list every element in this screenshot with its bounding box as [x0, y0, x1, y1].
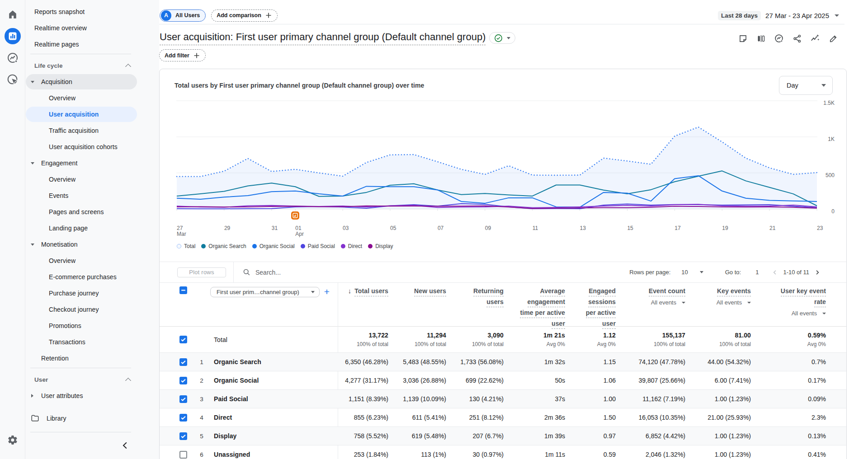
sidebar-item-user-attributes[interactable]: User attributes	[25, 388, 137, 404]
legend-item-display[interactable]: Display	[368, 243, 393, 249]
sidebar-item-e-commerce-purchases[interactable]: E-commerce purchases	[25, 269, 137, 285]
sidebar-item-traffic-acquisition[interactable]: Traffic acquisition	[25, 122, 137, 139]
sidebar-item-events[interactable]: Events	[25, 187, 137, 204]
row-checkbox-checked[interactable]	[179, 377, 187, 384]
sidebar-item-monetisation[interactable]: Monetisation	[25, 236, 137, 253]
next-page-icon[interactable]	[812, 267, 823, 278]
analytics-annotation-icon[interactable]	[291, 211, 299, 220]
sidebar-item-life-cycle[interactable]: Life cycle	[25, 57, 137, 74]
chevron-up-icon[interactable]	[125, 378, 131, 384]
comparison-columns-icon[interactable]	[755, 33, 766, 44]
page-title[interactable]: User acquisition: First user primary cha…	[160, 31, 486, 45]
sidebar-item-overview[interactable]: Overview	[25, 171, 137, 187]
table-row-organic-search[interactable]: 1Organic Search6,350 (46.28%)5,483 (48.5…	[160, 353, 846, 371]
column-header-key-events[interactable]: Key eventsAll events	[685, 287, 751, 306]
table-row-paid-social[interactable]: 3Paid Social1,151 (8.39%)1,139 (10.09%)1…	[160, 390, 846, 408]
metric-filter[interactable]: All events	[792, 310, 826, 317]
metric-filter[interactable]: All events	[651, 299, 685, 306]
sidebar-item-realtime-pages[interactable]: Realtime pages	[25, 36, 137, 52]
column-header-line: Key events	[717, 287, 751, 296]
note-icon[interactable]	[737, 33, 748, 44]
caret-down-icon[interactable]	[700, 271, 703, 273]
sidebar-item-retention[interactable]: Retention	[25, 350, 137, 366]
x-axis-label: 19	[722, 225, 728, 231]
column-header-average-engagement-time-per-active-user[interactable]: Averageengagementtime per activeuser	[504, 287, 565, 331]
sidebar-item-purchase-journey[interactable]: Purchase journey	[25, 285, 137, 301]
previous-page-icon[interactable]	[769, 267, 780, 278]
sidebar-item-reports-snapshot[interactable]: Reports snapshot	[25, 4, 137, 20]
column-header-engaged-sessions-per-active-user[interactable]: Engagedsessionsper activeuser	[565, 287, 616, 331]
sidebar-item-acquisition[interactable]: Acquisition	[25, 74, 137, 90]
legend-item-paid-social[interactable]: Paid Social	[301, 243, 335, 249]
table-row-unassigned[interactable]: 6Unassigned253 (1.84%)113 (1%)30 (0.97%)…	[160, 445, 846, 459]
row-checkbox-checked[interactable]	[179, 432, 187, 440]
sidebar-item-landing-page[interactable]: Landing page	[25, 220, 137, 236]
metric-cell: 3,036 (26.88%)	[388, 377, 446, 384]
sidebar-item-checkout-journey[interactable]: Checkout journey	[25, 301, 137, 318]
legend-dot	[252, 244, 257, 248]
rail-explore-icon[interactable]	[4, 49, 22, 67]
timeseries-chart[interactable]	[176, 96, 818, 215]
legend-item-organic-search[interactable]: Organic Search	[201, 243, 246, 249]
sparkline-insights-icon[interactable]	[810, 33, 821, 44]
table-row-display[interactable]: 5Display758 (5.52%)619 (5.48%)207 (6.7%)…	[160, 427, 846, 445]
row-checkbox[interactable]	[179, 336, 187, 343]
granularity-select[interactable]: Day	[779, 76, 833, 95]
sidebar-item-library[interactable]: Library	[25, 410, 137, 426]
data-quality-badge[interactable]	[489, 32, 515, 44]
goto-page-value[interactable]: 1	[755, 269, 759, 276]
row-checkbox-checked[interactable]	[179, 358, 187, 366]
chevron-up-icon[interactable]	[125, 64, 131, 70]
column-header-returning-users[interactable]: Returningusers	[446, 287, 504, 309]
select-all-checkbox[interactable]	[179, 286, 187, 294]
settings-gear-icon[interactable]	[4, 431, 22, 449]
table-row-direct[interactable]: 4Direct855 (6.23%)611 (5.41%)251 (8.12%)…	[160, 408, 846, 427]
search-icon	[243, 268, 250, 276]
sidebar-item-pages-and-screens[interactable]: Pages and screens	[25, 204, 137, 220]
sidebar-item-engagement[interactable]: Engagement	[25, 155, 137, 171]
sidebar-item-user-acquisition-cohorts[interactable]: User acquisition cohorts	[25, 139, 137, 155]
sidebar-item-user-acquisition[interactable]: User acquisition	[25, 106, 137, 122]
dimension-selector[interactable]: First user prim…channel group)	[210, 287, 320, 297]
date-range-picker[interactable]: Last 28 days 27 Mar - 23 Apr 2025	[718, 9, 839, 21]
rail-reports-icon[interactable]	[4, 27, 22, 45]
legend-item-direct[interactable]: Direct	[341, 243, 362, 249]
plot-rows-button[interactable]: Plot rows	[177, 267, 226, 277]
legend-item-total[interactable]: Total	[177, 243, 195, 249]
all-users-chip[interactable]: A All Users	[160, 9, 206, 22]
metric-cell: 6.00 (7.41%)	[685, 377, 751, 384]
insights-circle-icon[interactable]	[774, 33, 784, 44]
sidebar-item-overview[interactable]: Overview	[25, 253, 137, 269]
metric-cell: 6,350 (46.28%)	[338, 358, 388, 365]
sidebar-item-label: Pages and screens	[25, 208, 104, 215]
date-preset-badge: Last 28 days	[718, 11, 761, 20]
metric-filter[interactable]: All events	[717, 299, 751, 306]
add-filter-chip[interactable]: Add filter	[159, 49, 206, 61]
column-header-new-users[interactable]: New users	[388, 287, 446, 298]
add-comparison-chip[interactable]: Add comparison	[211, 9, 278, 22]
caret-down-icon	[835, 14, 839, 17]
sidebar-item-user[interactable]: User	[25, 371, 137, 388]
add-dimension-button[interactable]: +	[321, 286, 332, 297]
column-header-total-users[interactable]: ↓Total users	[338, 287, 388, 298]
sidebar-item-promotions[interactable]: Promotions	[25, 318, 137, 334]
row-checkbox-checked[interactable]	[179, 395, 187, 403]
sidebar-item-overview[interactable]: Overview	[25, 90, 137, 106]
column-header-user-key-event-rate[interactable]: User key eventrateAll events	[751, 287, 826, 317]
row-checkbox-checked[interactable]	[179, 414, 187, 422]
total-cell: 1m 21sAvg 0%	[504, 332, 565, 347]
row-number: 3	[197, 396, 207, 403]
edit-pencil-icon[interactable]	[828, 33, 839, 44]
table-row-organic-social[interactable]: 2Organic Social4,277 (31.17%)3,036 (26.8…	[160, 371, 846, 390]
share-icon[interactable]	[792, 33, 802, 44]
legend-item-organic-social[interactable]: Organic Social	[252, 243, 295, 249]
chevron-left-icon[interactable]	[120, 440, 131, 451]
rows-per-page-value[interactable]: 10	[681, 269, 688, 276]
sidebar-item-realtime-overview[interactable]: Realtime overview	[25, 20, 137, 36]
rail-home-icon[interactable]	[4, 5, 22, 23]
search-input[interactable]	[255, 269, 346, 276]
sidebar-item-transactions[interactable]: Transactions	[25, 334, 137, 350]
row-checkbox-unchecked[interactable]	[179, 451, 187, 459]
column-header-event-count[interactable]: Event countAll events	[616, 287, 685, 306]
rail-advertising-icon[interactable]	[4, 70, 22, 89]
